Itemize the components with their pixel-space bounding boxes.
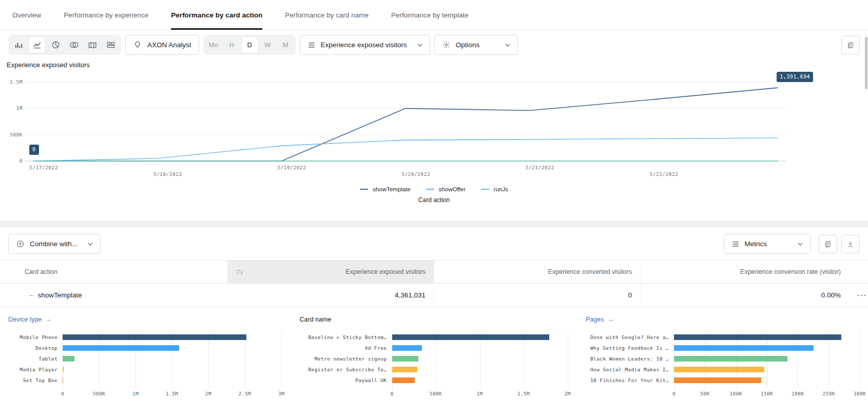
tab-performance-by-template[interactable]: Performance by template: [391, 0, 469, 30]
bar-label: How Social Media Makes I…: [586, 364, 674, 375]
metrics-dropdown[interactable]: Metrics: [724, 234, 811, 254]
axis-tick-label: 2M: [564, 391, 570, 396]
gridline: [568, 332, 568, 389]
bar-chart-icon: [14, 41, 23, 49]
bar: [63, 356, 74, 362]
column-header-conversion-rate[interactable]: Experience conversion rate (visitor): [640, 261, 849, 283]
axis-tick-label: 3M: [278, 391, 284, 396]
bar: [392, 377, 415, 383]
mini-axis: 050K100K150K200K250K300K: [674, 390, 860, 399]
list-icon: [307, 41, 316, 49]
bar-row: [392, 332, 568, 343]
granularity-h[interactable]: H: [223, 36, 240, 53]
axis-tick-label: 1M: [132, 391, 139, 396]
y-tick-label: 0: [20, 158, 23, 164]
column-header-converted-visitors[interactable]: Experience converted visitors: [434, 261, 640, 283]
download-button[interactable]: [841, 235, 860, 253]
metric-selector-dropdown[interactable]: Experience exposed visitors: [300, 35, 430, 55]
line-chart-svg: 0500K1M1.5M5/17/20225/18/20225/19/20225/…: [7, 75, 860, 179]
bar-row: [63, 364, 281, 375]
pie-chart-icon: [51, 41, 60, 49]
device-type-link[interactable]: Device type →: [8, 315, 281, 324]
legend-label: showOffer: [439, 186, 466, 192]
axis-tick-label: 250K: [822, 391, 835, 396]
axis-tick-label: 1.5M: [166, 391, 178, 396]
map-button[interactable]: [84, 36, 101, 53]
bar: [392, 345, 422, 351]
combine-with-label: Combine with...: [30, 240, 78, 248]
bar: [674, 334, 841, 340]
venn-diagram-button[interactable]: [65, 36, 83, 53]
vertical-scrollbar[interactable]: [865, 37, 867, 89]
tab-performance-by-card-action[interactable]: Performance by card action: [171, 0, 262, 30]
axon-analyst-button[interactable]: AXON Analyst: [125, 35, 199, 55]
bar-label: Why Getting Feedback Is …: [586, 343, 674, 353]
bar: [674, 367, 764, 372]
legend-item-showOffer[interactable]: showOffer: [426, 186, 466, 192]
bar-label: Register or Subscribe Te…: [300, 364, 392, 375]
bar-label: Set Top Box: [8, 375, 63, 386]
mini-track: [63, 332, 281, 386]
bar: [674, 356, 787, 362]
pie-chart-button[interactable]: [47, 36, 64, 53]
row-menu-button[interactable]: ···: [849, 284, 868, 307]
metric-selector-label: Experience exposed visitors: [321, 41, 407, 49]
bar-chart-button[interactable]: [10, 36, 27, 53]
bar-label: Baseline > Sticky Bottom…: [300, 332, 392, 343]
mini-labels: Done with Google? Here a…Why Getting Fee…: [586, 332, 674, 386]
axis-spacer: [586, 386, 674, 399]
legend-item-showTemplate[interactable]: showTemplate: [360, 186, 411, 192]
axon-analyst-label: AXON Analyst: [147, 41, 191, 49]
bar: [674, 377, 761, 383]
bar-row: [674, 343, 860, 353]
granularity-m[interactable]: M: [277, 36, 294, 53]
card-action-value: showTemplate: [38, 291, 82, 299]
gear-icon: [442, 41, 451, 49]
card-name-chart: Card name Baseline > Sticky Bottom…Ad Fr…: [300, 315, 568, 399]
bar-row: [674, 332, 860, 343]
list-icon: [731, 240, 740, 248]
options-dropdown[interactable]: Options: [434, 35, 518, 55]
tab-performance-by-experience[interactable]: Performance by experience: [64, 0, 148, 30]
line-chart-button[interactable]: [28, 36, 46, 53]
copy-report-button[interactable]: [841, 36, 860, 54]
bar-row: [392, 343, 568, 353]
column-header-card-action[interactable]: Card action: [0, 261, 227, 283]
bar: [63, 345, 179, 351]
bar-row: [63, 353, 281, 364]
legend-item-runJs[interactable]: runJs: [481, 186, 508, 192]
metrics-label: Metrics: [745, 240, 767, 248]
pages-link[interactable]: Pages →: [586, 315, 860, 324]
chart-toolbar: AXON Analyst MnHDWM Experience exposed v…: [0, 30, 868, 55]
table-header-row: Card action Experience exposed visitors …: [0, 261, 868, 284]
bar-row: [392, 375, 568, 386]
granularity-mn[interactable]: Mn: [205, 36, 222, 53]
sort-descending-icon[interactable]: [236, 268, 243, 276]
bar-row: [392, 353, 568, 364]
tab-performance-by-card-name[interactable]: Performance by card name: [285, 0, 369, 30]
granularity-d[interactable]: D: [241, 36, 258, 53]
granularity-w[interactable]: W: [259, 36, 276, 53]
card-layout-button[interactable]: [102, 36, 120, 53]
legend-dash: [360, 189, 368, 190]
combine-with-dropdown[interactable]: Combine with...: [8, 234, 101, 254]
row-collapse-toggle[interactable]: –: [29, 291, 33, 299]
column-header-exposed-visitors[interactable]: Experience exposed visitors: [227, 261, 434, 283]
venn-diagram-icon: [69, 41, 79, 49]
bar: [392, 356, 418, 362]
bar-row: [674, 375, 860, 386]
axis-spacer: [300, 386, 392, 399]
start-value-badge: 0: [29, 145, 39, 155]
bar-label: Media Player: [8, 364, 63, 375]
chart-title: Experience exposed visitors: [7, 61, 868, 69]
mini-track: [392, 332, 568, 386]
tab-overview[interactable]: Overview: [12, 0, 41, 30]
copy-table-button[interactable]: [819, 235, 837, 253]
bar-row: [63, 375, 281, 386]
bar-row: [674, 353, 860, 364]
y-tick-label: 1M: [16, 105, 23, 111]
tab-bar: OverviewPerformance by experiencePerform…: [0, 0, 868, 30]
axis-tick-label: 500K: [430, 391, 442, 396]
legend-dash: [481, 189, 489, 190]
bar-row: [392, 364, 568, 375]
